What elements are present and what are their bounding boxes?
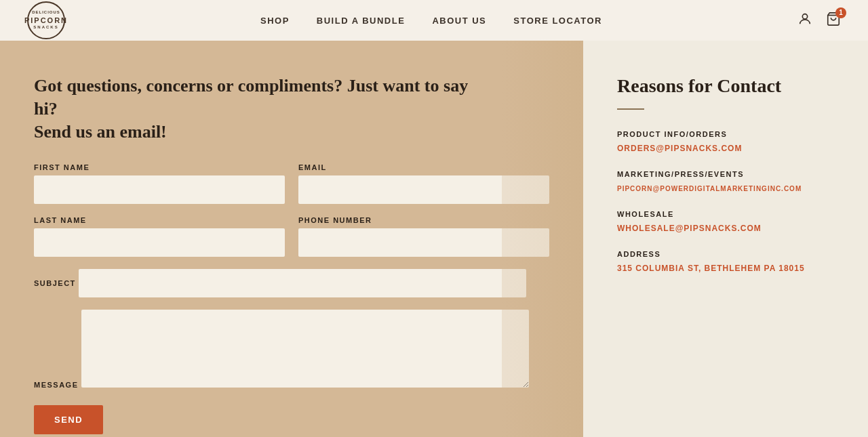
message-row: MESSAGE [34, 310, 549, 390]
form-row-1: FIRST NAME EMAIL [34, 163, 549, 204]
reason-product-info: PRODUCT INFO/ORDERS ORDERS@PIPSNACKS.COM [617, 130, 834, 154]
reason-address: ADDRESS 315 COLUMBIA ST, BETHLEHEM PA 18… [617, 250, 834, 274]
subject-input[interactable] [79, 269, 526, 297]
cart-count: 1 [835, 7, 846, 18]
last-name-input[interactable] [34, 228, 285, 257]
cart-icon[interactable]: 1 [826, 12, 841, 30]
last-name-label: LAST NAME [34, 216, 285, 224]
header-icons: 1 [797, 12, 841, 30]
phone-label: PHONE NUMBER [298, 216, 549, 224]
logo[interactable]: Delicious PIPCORN SNACKS [27, 1, 65, 39]
message-textarea[interactable] [81, 310, 529, 388]
nav-shop[interactable]: SHOP [260, 16, 290, 26]
form-heading: Got questions, concerns or compliments? … [34, 75, 475, 143]
reason-email-marketing[interactable]: PIPCORN@POWERDIGITALMARKETINGINC.COM [617, 185, 802, 192]
subject-row: SUBJECT [34, 269, 549, 297]
email-input[interactable] [298, 175, 549, 204]
reason-category-product: PRODUCT INFO/ORDERS [617, 130, 834, 138]
contact-form: FIRST NAME EMAIL LAST NAME PHONE NUMBER [34, 163, 549, 434]
phone-field: PHONE NUMBER [298, 216, 549, 257]
page-content: Got questions, concerns or compliments? … [0, 41, 868, 437]
first-name-label: FIRST NAME [34, 163, 285, 171]
reason-address-value: 315 COLUMBIA ST, BETHLEHEM PA 18015 [617, 264, 805, 273]
contact-form-section: Got questions, concerns or compliments? … [0, 41, 583, 437]
email-field: EMAIL [298, 163, 549, 204]
reason-category-wholesale: WHOLESALE [617, 210, 834, 218]
first-name-field: FIRST NAME [34, 163, 285, 204]
reasons-divider [617, 108, 644, 110]
nav-build-bundle[interactable]: BUILD A BUNDLE [317, 16, 406, 26]
site-header: Delicious PIPCORN SNACKS SHOP BUILD A BU… [0, 0, 868, 41]
form-row-2: LAST NAME PHONE NUMBER [34, 216, 549, 257]
reasons-heading: Reasons for Contact [617, 75, 834, 98]
svg-point-0 [802, 14, 807, 18]
reasons-section: Reasons for Contact PRODUCT INFO/ORDERS … [583, 41, 868, 437]
message-label: MESSAGE [34, 381, 79, 389]
subject-label: SUBJECT [34, 279, 76, 287]
send-button[interactable]: SEND [34, 405, 103, 434]
nav-about-us[interactable]: ABOUT US [432, 16, 486, 26]
last-name-field: LAST NAME [34, 216, 285, 257]
reason-category-address: ADDRESS [617, 250, 834, 258]
logo-circle: Delicious PIPCORN SNACKS [27, 1, 65, 39]
reason-marketing: MARKETING/PRESS/EVENTS PIPCORN@POWERDIGI… [617, 170, 834, 194]
first-name-input[interactable] [34, 175, 285, 204]
reason-wholesale: WHOLESALE WHOLESALE@PIPSNACKS.COM [617, 210, 834, 234]
phone-input[interactable] [298, 228, 549, 257]
reason-email-product[interactable]: ORDERS@PIPSNACKS.COM [617, 144, 742, 153]
email-label: EMAIL [298, 163, 549, 171]
nav-store-locator[interactable]: STORE LOCATOR [513, 16, 602, 26]
reason-email-wholesale[interactable]: WHOLESALE@PIPSNACKS.COM [617, 224, 762, 233]
reason-category-marketing: MARKETING/PRESS/EVENTS [617, 170, 834, 178]
main-nav: SHOP BUILD A BUNDLE ABOUT US STORE LOCAT… [260, 16, 602, 26]
account-icon[interactable] [797, 12, 812, 30]
